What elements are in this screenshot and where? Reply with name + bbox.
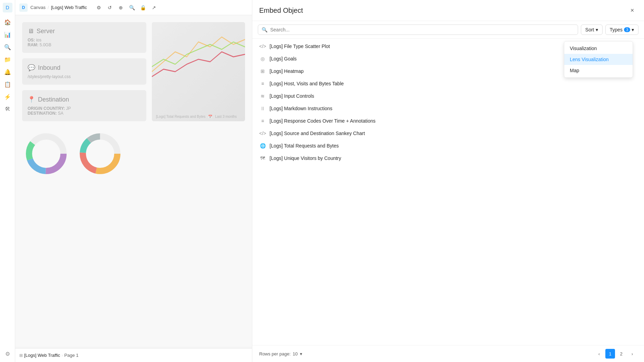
- embed-object-modal: Embed Object × 🔍 Sort ▾ Types 3 ▾ Visual…: [252, 0, 644, 362]
- toolbar-share-btn[interactable]: ↗: [149, 3, 159, 12]
- right-chart-card: [Logs] Total Requests and Bytes 📅 Last 3…: [152, 22, 245, 121]
- inbound-card-title: 💬 Inbound: [28, 64, 141, 72]
- donut-chart-2: [76, 130, 124, 178]
- item-icon-6: ≡: [259, 118, 266, 124]
- sidebar-icon-reports[interactable]: 📋: [2, 79, 13, 90]
- list-item[interactable]: ≡ [Logs] Response Codes Over Time + Anno…: [252, 115, 644, 127]
- sidebar-icon-search[interactable]: 🔍: [2, 41, 13, 53]
- item-label-9: [Logs] Unique Visitors by Country: [270, 155, 341, 161]
- server-ram: RAM: 5.0GB: [28, 42, 141, 47]
- pagination-prev-button[interactable]: ‹: [594, 349, 604, 359]
- list-item[interactable]: ⁞⁞ [Logs] Markdown Instructions: [252, 102, 644, 115]
- search-icon: 🔍: [262, 27, 267, 32]
- inbound-path: /styles/pretty-layout.css: [28, 74, 141, 79]
- destination-origin: ORIGIN COUNTRY: JP: [28, 106, 141, 111]
- pagination-page-2-button[interactable]: 2: [616, 349, 626, 359]
- rows-per-page-label: Rows per page:: [259, 351, 291, 356]
- item-label-0: [Logs] File Type Scatter Plot: [270, 44, 330, 49]
- pagination-next-button[interactable]: ›: [627, 349, 637, 359]
- breadcrumb-current: [Logs] Web Traffic: [51, 5, 87, 10]
- item-icon-8: 🌐: [259, 143, 266, 149]
- dropdown-item-lens-visualization[interactable]: Lens Visualization: [564, 54, 633, 65]
- tab-icon: ⊞: [19, 353, 23, 358]
- types-label: Types: [610, 27, 623, 32]
- sidebar-icon-tools[interactable]: 🛠: [2, 104, 13, 115]
- item-icon-9: 🗺: [259, 155, 266, 161]
- list-item[interactable]: 🌐 [Logs] Total Requests and Bytes: [252, 140, 644, 152]
- modal-close-button[interactable]: ×: [627, 6, 637, 15]
- main-canvas: 🖥 Server OS: ios RAM: 5.0GB 💬: [15, 15, 252, 347]
- toolbar-search-btn[interactable]: 🔍: [127, 3, 137, 12]
- list-item[interactable]: </> [Logs] Source and Destination Sankey…: [252, 127, 644, 140]
- sidebar-icon-folder[interactable]: 📁: [2, 54, 13, 65]
- toolbar: ⚙ ↺ ⊕ 🔍 🔒 ↗: [94, 3, 159, 12]
- destination-card-title: 📍 Destination: [28, 96, 141, 103]
- rows-per-page-control[interactable]: Rows per page: 10 ▾: [259, 351, 302, 356]
- brand-area: D: [19, 3, 28, 12]
- inbound-icon: 💬: [28, 64, 35, 72]
- tab-separator: ›: [61, 353, 63, 358]
- bottom-tab-bar: ⊞ [Logs] Web Traffic › Page 1: [15, 348, 252, 362]
- destination-dest: DESTINATION: SA: [28, 111, 141, 116]
- item-icon-2: ⊞: [259, 68, 266, 74]
- breadcrumb-canvas[interactable]: Canvas: [30, 5, 46, 10]
- list-item[interactable]: 🗺 [Logs] Unique Visitors by Country: [252, 152, 644, 164]
- donut-chart-1: [22, 130, 70, 178]
- toolbar-refresh-btn[interactable]: ↺: [105, 3, 115, 12]
- destination-icon: 📍: [28, 96, 35, 103]
- item-label-4: [Logs] Input Controls: [270, 93, 314, 99]
- sidebar-icon-dashboard[interactable]: 📊: [2, 29, 13, 40]
- list-item[interactable]: ≋ [Logs] Input Controls: [252, 90, 644, 102]
- sidebar-icon-alerts[interactable]: 🔔: [2, 66, 13, 77]
- search-input[interactable]: [270, 27, 574, 32]
- pagination-page-1-button[interactable]: 1: [605, 349, 615, 359]
- item-label-5: [Logs] Markdown Instructions: [270, 106, 332, 111]
- sort-button[interactable]: Sort ▾: [581, 25, 603, 35]
- item-label-2: [Logs] Heatmap: [270, 68, 304, 74]
- donuts-row: [22, 127, 245, 181]
- item-icon-7: </>: [259, 131, 266, 136]
- list-item[interactable]: ≡ [Logs] Host, Visits and Bytes Table: [252, 77, 644, 90]
- chart-info: [Logs] Total Requests and Bytes 📅 Last 3…: [156, 115, 237, 118]
- sidebar-icon-lightning[interactable]: ⚡: [2, 91, 13, 102]
- app-logo[interactable]: D: [3, 3, 12, 12]
- toolbar-settings-btn[interactable]: ⚙: [94, 3, 104, 12]
- brand-icon: D: [19, 3, 28, 12]
- item-label-6: [Logs] Response Codes Over Time + Annota…: [270, 118, 375, 124]
- types-badge: 3: [624, 27, 630, 32]
- destination-card: 📍 Destination ORIGIN COUNTRY: JP DESTINA…: [22, 90, 146, 121]
- toolbar-lock-btn[interactable]: 🔒: [138, 3, 148, 12]
- item-icon-1: ◎: [259, 56, 266, 61]
- rows-per-page-value: 10: [293, 351, 297, 356]
- item-label-3: [Logs] Host, Visits and Bytes Table: [270, 81, 344, 86]
- dropdown-item-visualization[interactable]: Visualization: [564, 43, 633, 54]
- item-icon-4: ≋: [259, 93, 266, 99]
- item-label-7: [Logs] Source and Destination Sankey Cha…: [270, 131, 365, 136]
- pagination: ‹ 1 2 ›: [594, 349, 637, 359]
- line-chart: [Logs] Total Requests and Bytes 📅 Last 3…: [152, 22, 245, 121]
- item-icon-3: ≡: [259, 81, 266, 86]
- dropdown-item-map[interactable]: Map: [564, 65, 633, 76]
- types-button[interactable]: Types 3 ▾: [605, 25, 638, 35]
- modal-toolbar: 🔍 Sort ▾ Types 3 ▾ Visualization Lens Vi…: [252, 21, 644, 39]
- item-label-1: [Logs] Goals: [270, 56, 297, 61]
- breadcrumb-sep: /: [48, 5, 49, 10]
- item-icon-0: </>: [259, 44, 266, 49]
- types-dropdown: Visualization Lens Visualization Map: [564, 41, 633, 78]
- server-card-title: 🖥 Server: [28, 28, 141, 35]
- modal-list: </> [Logs] File Type Scatter Plot ◎ [Log…: [252, 39, 644, 345]
- sort-label: Sort: [585, 27, 594, 32]
- sort-chevron-icon: ▾: [596, 27, 598, 32]
- tab-label[interactable]: [Logs] Web Traffic: [24, 353, 60, 358]
- inbound-card: 💬 Inbound /styles/pretty-layout.css: [22, 58, 146, 85]
- server-card: 🖥 Server OS: ios RAM: 5.0GB: [22, 22, 146, 53]
- server-icon: 🖥: [28, 28, 34, 35]
- modal-title: Embed Object: [259, 7, 303, 15]
- modal-header: Embed Object ×: [252, 0, 644, 21]
- sidebar-icon-settings[interactable]: ⚙: [2, 348, 13, 359]
- toolbar-add-btn[interactable]: ⊕: [116, 3, 126, 12]
- item-icon-5: ⁞⁞: [259, 106, 266, 111]
- search-box: 🔍: [258, 25, 578, 35]
- sidebar-icon-home[interactable]: 🏠: [2, 17, 13, 28]
- item-label-8: [Logs] Total Requests and Bytes: [270, 143, 339, 149]
